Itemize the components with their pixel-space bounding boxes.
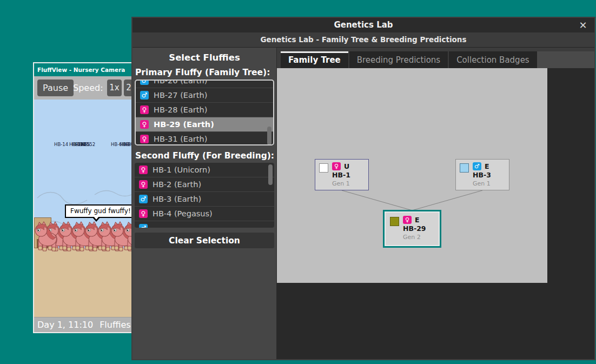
female-icon: ♀ bbox=[139, 166, 148, 174]
scrollbar-thumb[interactable] bbox=[268, 164, 273, 185]
female-icon: ♀ bbox=[139, 209, 148, 218]
list-item[interactable]: ♀ HB-4 (Pegasus) bbox=[135, 207, 274, 221]
list-item-label: HB-28 (Earth) bbox=[154, 105, 207, 114]
node-generation: Gen 1 bbox=[473, 180, 491, 187]
list-item-label: HB-26 (Earth) bbox=[154, 80, 207, 85]
list-item-label: HB-1 (Unicorn) bbox=[153, 166, 210, 174]
node-generation: Gen 2 bbox=[403, 234, 426, 241]
list-item-selected[interactable]: ♀ HB-29 (Earth) bbox=[136, 117, 273, 132]
list-item-label: HB-31 (Earth) bbox=[154, 135, 207, 143]
scrollbar-thumb[interactable] bbox=[267, 127, 271, 145]
second-fluffy-label: Second Fluffy (For Breeding): bbox=[135, 151, 274, 161]
node-name: HB-29 bbox=[403, 224, 426, 233]
list-item[interactable]: ♂ HB-26 (Earth) bbox=[136, 80, 273, 88]
fluffy-name-label: HB-52 bbox=[81, 142, 95, 147]
female-icon: ♀ bbox=[403, 216, 412, 224]
coat-color-swatch bbox=[390, 217, 399, 226]
primary-fluffy-label: Primary Fluffy (Family Tree): bbox=[135, 68, 274, 77]
primary-fluffy-list[interactable]: ♂ HB-26 (Earth) ♂ HB-27 (Earth) ♀ HB-28 … bbox=[135, 80, 274, 145]
female-icon: ♀ bbox=[139, 180, 148, 189]
select-fluffies-panel: Select Fluffies Primary Fluffy (Family T… bbox=[133, 48, 277, 359]
speed-label: Speed: bbox=[73, 80, 103, 96]
list-item-label: HB-2 (Earth) bbox=[153, 180, 201, 189]
tree-node-hb29-selected[interactable]: ♀ E HB-29 Gen 2 bbox=[383, 210, 441, 248]
female-icon: ♀ bbox=[332, 162, 341, 170]
list-item-label: HB-3 (Earth) bbox=[153, 195, 201, 203]
genetics-lab-titlebar[interactable]: Genetics Lab ✕ bbox=[133, 18, 594, 32]
tree-node-hb3[interactable]: ♂ E HB-3 Gen 1 bbox=[455, 159, 509, 190]
male-icon: ♂ bbox=[139, 195, 148, 203]
second-fluffy-list[interactable]: ♀ HB-1 (Unicorn) ♀ HB-2 (Earth) ♂ HB-3 (… bbox=[135, 163, 274, 228]
coat-color-swatch bbox=[319, 163, 328, 173]
list-item[interactable]: ♀ HB-2 (Earth) bbox=[135, 177, 274, 192]
fluffy-name-label: HB-14 bbox=[54, 142, 68, 147]
list-item-label: HB-27 (Earth) bbox=[154, 91, 207, 100]
node-name: HB-1 bbox=[332, 171, 350, 179]
species-letter: U bbox=[344, 162, 349, 170]
list-item[interactable]: ♀ HB-28 (Earth) bbox=[136, 103, 273, 117]
list-item[interactable]: ♂ bbox=[135, 221, 274, 228]
genetics-lab-subtitle: Genetics Lab - Family Tree & Breeding Pr… bbox=[133, 32, 594, 48]
male-icon: ♂ bbox=[140, 91, 149, 100]
list-item-label: HB-4 (Pegasus) bbox=[153, 209, 213, 218]
fluffy-pony-sprite[interactable] bbox=[34, 221, 59, 252]
tree-node-hb1[interactable]: ♀ U HB-1 Gen 1 bbox=[315, 159, 369, 190]
male-icon: ♂ bbox=[139, 224, 148, 228]
family-tree-canvas: ♀ U HB-1 Gen 1 ♂ E HB-3 bbox=[277, 68, 547, 283]
tab-breeding-predictions[interactable]: Breeding Predictions bbox=[349, 51, 448, 68]
speech-bubble-text: Fwuffy gud fwuffy! bbox=[70, 207, 131, 215]
close-icon[interactable]: ✕ bbox=[577, 18, 589, 32]
list-item[interactable]: ♂ HB-3 (Earth) bbox=[135, 192, 274, 207]
pause-button[interactable]: Pause bbox=[37, 80, 74, 96]
panel-header: Select Fluffies bbox=[135, 52, 274, 63]
male-icon: ♂ bbox=[473, 162, 481, 170]
species-letter: E bbox=[485, 162, 489, 170]
female-icon: ♀ bbox=[140, 120, 149, 129]
tab-collection-badges[interactable]: Collection Badges bbox=[449, 51, 537, 68]
female-icon: ♀ bbox=[140, 105, 149, 114]
node-name: HB-3 bbox=[473, 171, 491, 179]
genetics-lab-title: Genetics Lab bbox=[334, 20, 393, 30]
node-generation: Gen 1 bbox=[332, 180, 350, 187]
list-item[interactable]: ♀ HB-31 (Earth) bbox=[136, 132, 273, 145]
genetics-lab-window: Genetics Lab ✕ Genetics Lab - Family Tre… bbox=[131, 17, 595, 360]
species-letter: E bbox=[415, 216, 420, 224]
female-icon: ♀ bbox=[140, 135, 149, 143]
main-content-area: Family Tree Breeding Predictions Collect… bbox=[277, 48, 594, 359]
speed-1x-button[interactable]: 1x bbox=[107, 80, 122, 96]
fluffview-title: FluffView - Nursery Camera bbox=[37, 67, 125, 73]
coat-color-swatch bbox=[460, 163, 469, 173]
status-day-time: Day 1, 11:10 bbox=[37, 317, 93, 332]
tab-bar: Family Tree Breeding Predictions Collect… bbox=[277, 48, 594, 68]
list-item[interactable]: ♂ HB-27 (Earth) bbox=[136, 88, 273, 103]
list-item[interactable]: ♀ HB-1 (Unicorn) bbox=[135, 163, 274, 177]
speech-bubble: Fwuffy gud fwuffy! bbox=[65, 204, 136, 218]
male-icon: ♂ bbox=[140, 80, 149, 85]
clear-selection-button[interactable]: Clear Selection bbox=[135, 233, 274, 248]
tab-family-tree[interactable]: Family Tree bbox=[281, 51, 348, 68]
list-item-label: HB-29 (Earth) bbox=[154, 120, 214, 129]
